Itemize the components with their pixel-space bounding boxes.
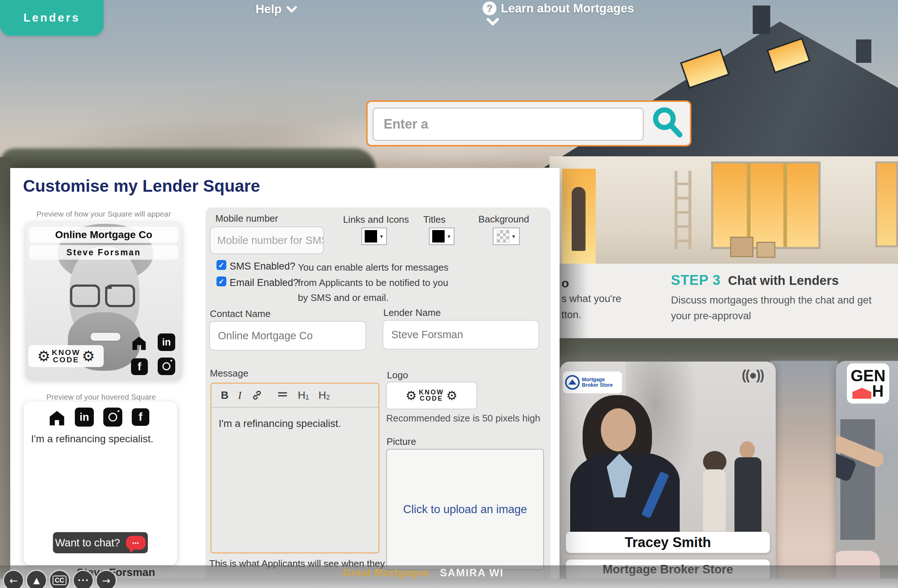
contact-name-label: Contact Name	[210, 308, 271, 320]
gear-icon: ⚙	[82, 349, 95, 363]
broker-house-icon	[565, 375, 580, 390]
alerts-info-text: You can enable alerts for messages from …	[298, 260, 460, 306]
heading2-button[interactable]: H2	[319, 389, 330, 402]
hero-person-silhouette	[572, 187, 586, 251]
hero-left-edge	[0, 157, 11, 588]
lenders-tab[interactable]: Lenders	[0, 0, 104, 36]
message-input[interactable]: I'm a refinancing specialist.	[211, 408, 378, 553]
facebook-icon[interactable]: f	[131, 358, 148, 375]
broadcast-icon[interactable]: ((●))	[742, 368, 764, 383]
sms-enabled-label: SMS Enabled?	[230, 261, 295, 272]
background-gold-text: Great Mortgages	[342, 566, 429, 579]
titles-color-picker[interactable]: ▼	[429, 228, 455, 245]
gen-h-logo: GEN H	[847, 363, 889, 403]
hover-preview-card: in f I'm a refinancing specialist. Want …	[24, 402, 177, 565]
instagram-icon[interactable]	[158, 357, 175, 375]
facebook-icon[interactable]: f	[132, 408, 149, 426]
know-code-logo: ⚙ KNOW CODE ⚙	[28, 345, 104, 367]
message-editor: B I	[211, 383, 379, 553]
video-overlay-bar: Steve Forsman Great Mortgages SAMIRA WI	[0, 565, 898, 579]
color-swatch-black	[432, 230, 444, 243]
instagram-icon[interactable]	[103, 408, 122, 426]
modal-shadow	[560, 264, 589, 338]
mobile-number-label: Mobile number	[215, 213, 278, 224]
caret-down-icon: ▼	[447, 234, 452, 239]
logo-upload-preview[interactable]: ⚙ KNOW CODE ⚙	[386, 382, 477, 409]
links-icons-color-picker[interactable]: ▼	[361, 228, 387, 245]
hero-moving-box	[730, 237, 753, 257]
window-mullion	[747, 164, 750, 247]
home-icon[interactable]	[131, 335, 148, 352]
player-forward-button[interactable]: →	[95, 570, 117, 588]
lender-square-tracey-smith[interactable]: Mortgage Broker Store ((●)) Tracey Smith…	[560, 362, 776, 588]
link-icon[interactable]	[251, 389, 263, 401]
gen-h-logo-text: GEN	[850, 368, 885, 383]
question-icon: ?	[483, 2, 497, 15]
step3-description: Discuss mortgages through the chat and g…	[671, 292, 890, 324]
logo-label: Logo	[387, 369, 408, 381]
home-icon[interactable]	[48, 409, 66, 427]
italic-button[interactable]: I	[238, 389, 241, 402]
background-color-picker[interactable]: ▼	[493, 228, 520, 245]
mobile-number-input[interactable]	[210, 226, 324, 254]
contact-name-input[interactable]	[209, 321, 366, 351]
linkedin-icon[interactable]: in	[158, 334, 175, 351]
step3-heading: STEP 3 Chat with Lenders	[671, 272, 839, 288]
search-button[interactable]	[648, 106, 688, 142]
photo-glasses	[70, 285, 135, 307]
gear-icon: ⚙	[406, 389, 417, 402]
player-shape-button[interactable]: ▲	[26, 570, 47, 588]
want-to-chat-button[interactable]: Want to chat? •••	[53, 532, 148, 553]
player-back-button[interactable]: ←	[3, 570, 24, 588]
step3-title: Chat with Lenders	[728, 273, 838, 288]
hover-preview-caption: Preview of your hovered Square	[23, 393, 179, 402]
bold-button[interactable]: B	[221, 389, 229, 402]
picture-upload-area[interactable]: Click to upload an image	[386, 449, 544, 570]
align-icon[interactable]	[277, 390, 288, 400]
chevron-down-icon[interactable]	[486, 17, 500, 28]
learn-about-mortgages-menu[interactable]: ? Learn about Mortgages	[483, 2, 634, 15]
gear-icon: ⚙	[37, 349, 51, 363]
player-more-button[interactable]: •••	[73, 570, 94, 588]
logo-size-hint: Recommended size is 50 pixels high	[386, 413, 540, 424]
hero-moving-box	[757, 242, 775, 258]
lender-name-bar: Tracey Smith	[566, 532, 770, 553]
heading1-button[interactable]: H1	[298, 389, 309, 402]
square-preview-card: Online Mortgage Co Steve Forsman ⚙ KNOW …	[26, 222, 182, 380]
hero-chimney	[856, 40, 871, 63]
search-input[interactable]	[373, 108, 644, 141]
video-progress-bar[interactable]	[0, 579, 898, 588]
gear-icon: ⚙	[446, 389, 457, 402]
step3-label: STEP 3	[671, 272, 721, 288]
help-menu[interactable]: Help	[255, 2, 297, 16]
caret-down-icon: ▼	[511, 234, 516, 239]
message-label: Message	[210, 368, 249, 379]
chevron-down-icon	[286, 2, 297, 16]
check-icon: ✓	[218, 261, 224, 269]
titles-label: Titles	[412, 214, 456, 225]
background-white-text: SAMIRA WI	[440, 567, 504, 579]
player-captions-button[interactable]: CC	[49, 570, 70, 588]
picture-label: Picture	[387, 436, 416, 447]
upload-link[interactable]: Click to upload an image	[403, 503, 527, 516]
email-enabled-checkbox[interactable]: ✓	[217, 277, 226, 286]
linkedin-icon[interactable]: in	[75, 408, 94, 426]
hover-message-text: I'm a refinancing specialist.	[31, 433, 171, 445]
modal-title: Customise my Lender Square	[23, 176, 260, 196]
mortgage-broker-store-logo: Mortgage Broker Store	[563, 371, 622, 393]
photo-person	[703, 469, 726, 531]
photo-person	[735, 457, 761, 534]
window-mullion	[783, 164, 787, 247]
background-photo	[770, 361, 838, 588]
lender-name-input[interactable]	[383, 320, 539, 349]
square-lender-bar: Steve Forsman	[29, 245, 178, 260]
color-swatch-black	[365, 230, 377, 243]
question-glyph: ?	[487, 3, 493, 14]
sms-enabled-checkbox[interactable]: ✓	[217, 260, 226, 270]
search-icon	[651, 106, 685, 142]
square-preview-caption: Preview of how your Square will appear	[26, 209, 182, 219]
lenders-tab-label: Lenders	[23, 11, 80, 25]
lender-square-gen-h[interactable]: GEN H	[836, 361, 898, 588]
chat-bubble-icon: •••	[126, 536, 146, 550]
photo-tracey	[601, 408, 636, 451]
